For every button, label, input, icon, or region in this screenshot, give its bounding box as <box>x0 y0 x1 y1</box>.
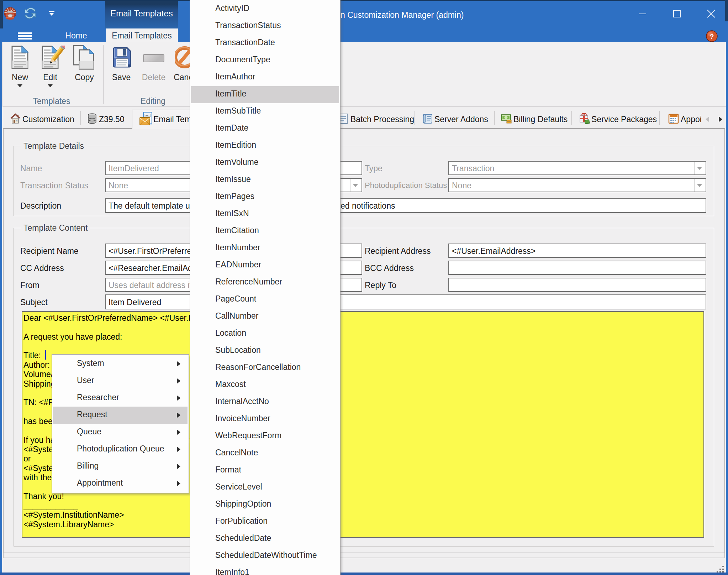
svg-text:?: ? <box>710 33 714 40</box>
